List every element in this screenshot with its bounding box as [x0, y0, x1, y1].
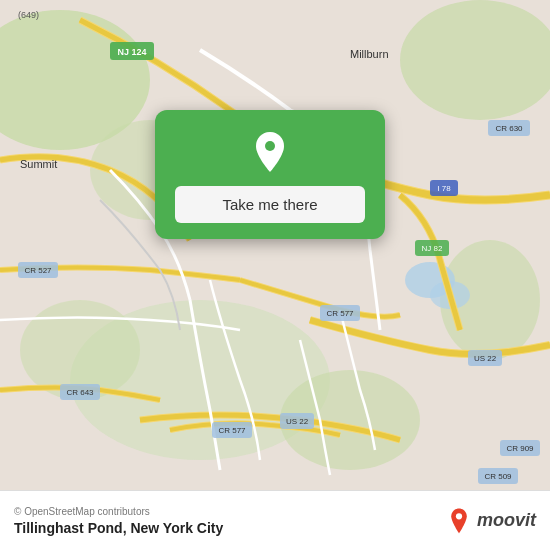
moovit-logo: moovit	[445, 507, 536, 535]
svg-text:NJ 82: NJ 82	[422, 244, 443, 253]
copyright-text: © OpenStreetMap contributors	[14, 506, 223, 517]
svg-text:CR 509: CR 509	[484, 472, 512, 481]
bottom-left-info: © OpenStreetMap contributors Tillinghast…	[14, 506, 223, 536]
svg-text:NJ 124: NJ 124	[117, 47, 146, 57]
svg-text:I 78: I 78	[437, 184, 451, 193]
map-background: NJ 124 (649) Millburn Summit CR 630 I 78…	[0, 0, 550, 490]
map-container[interactable]: NJ 124 (649) Millburn Summit CR 630 I 78…	[0, 0, 550, 490]
popup-card: Take me there	[155, 110, 385, 239]
location-name: Tillinghast Pond, New York City	[14, 520, 223, 536]
svg-text:Summit: Summit	[20, 158, 57, 170]
svg-text:Millburn: Millburn	[350, 48, 389, 60]
bottom-bar: © OpenStreetMap contributors Tillinghast…	[0, 490, 550, 550]
svg-text:CR 909: CR 909	[506, 444, 534, 453]
svg-text:US 22: US 22	[474, 354, 497, 363]
take-me-there-button[interactable]: Take me there	[175, 186, 365, 223]
svg-text:CR 577: CR 577	[326, 309, 354, 318]
svg-text:US 22: US 22	[286, 417, 309, 426]
svg-text:CR 643: CR 643	[66, 388, 94, 397]
moovit-pin-icon	[445, 507, 473, 535]
location-pin-icon	[246, 128, 294, 176]
svg-text:CR 630: CR 630	[495, 124, 523, 133]
svg-text:CR 527: CR 527	[24, 266, 52, 275]
svg-point-38	[265, 141, 275, 151]
svg-point-39	[456, 513, 462, 519]
svg-text:(649): (649)	[18, 10, 39, 20]
moovit-brand-text: moovit	[477, 510, 536, 531]
svg-text:CR 577: CR 577	[218, 426, 246, 435]
